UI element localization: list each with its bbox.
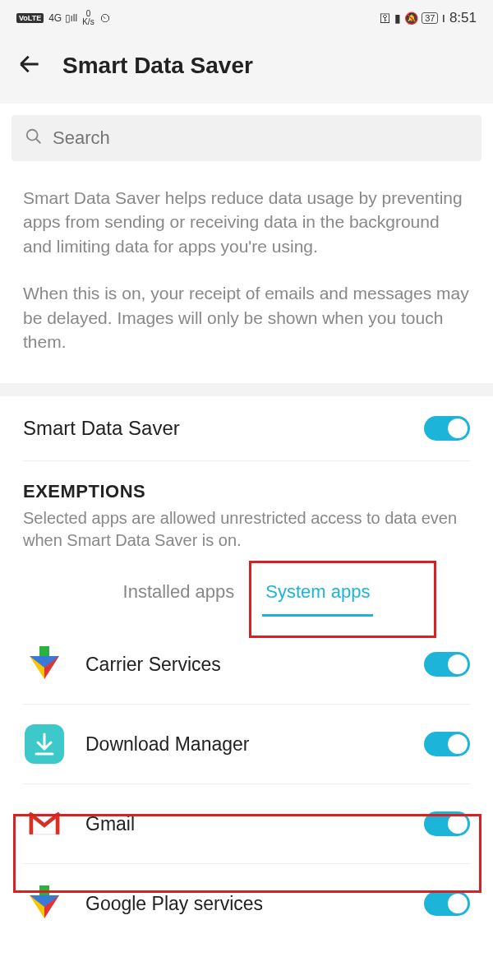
svg-rect-9 [39,885,49,895]
google-play-services-icon [23,882,66,925]
download-manager-icon [23,723,66,765]
status-right: ⚿ ▮ 🔕 37 ı 8:51 [380,10,477,26]
battery-icon: ▮ [394,12,401,25]
exemptions-subtitle: Selected apps are allowed unrestricted a… [23,507,470,552]
carrier-services-icon [23,643,66,686]
app-row-download-manager: Download Manager [23,705,470,784]
app-list: Carrier Services Download Manager Gmail [0,625,493,943]
gmail-icon [23,802,66,845]
app-row-carrier-services: Carrier Services [23,625,470,705]
tab-system-apps[interactable]: System apps [262,575,373,617]
svg-rect-7 [30,814,34,835]
clock-icon: ⏲ [99,12,111,25]
smart-data-saver-toggle[interactable] [424,416,470,441]
app-name: Google Play services [85,893,404,915]
exemptions-tabs: Installed apps System apps [0,558,493,625]
description-block: Smart Data Saver helps reduce data usage… [0,161,493,383]
tab-installed-apps[interactable]: Installed apps [120,575,238,617]
bluetooth-icon: ⚿ [380,12,391,25]
download-manager-toggle[interactable] [424,732,470,756]
app-row-gmail: Gmail [23,784,470,864]
carrier-services-toggle[interactable] [424,652,470,677]
section-divider [0,383,493,396]
page-title: Smart Data Saver [62,53,253,79]
description-p2: When this is on, your receipt of emails … [23,281,470,354]
description-p1: Smart Data Saver helps reduce data usage… [23,186,470,258]
smart-data-saver-label: Smart Data Saver [23,417,180,440]
volte-icon: VoLTE [16,13,44,23]
battery-percent: 37 [422,12,438,24]
search-box[interactable] [12,115,481,161]
search-input[interactable] [53,127,468,149]
status-left: VoLTE 4G ▯ıll 0 K/s ⏲ [16,10,111,26]
svg-point-0 [27,130,38,141]
exemptions-header: EXEMPTIONS Selected apps are allowed unr… [0,461,493,558]
gmail-toggle[interactable] [424,811,470,836]
signal-icon: 4G ▯ıll [48,12,77,24]
smart-data-saver-row: Smart Data Saver [0,396,493,460]
back-arrow-icon[interactable] [16,51,43,81]
svg-rect-8 [56,814,60,835]
google-play-services-toggle[interactable] [424,891,470,916]
search-container [0,104,493,161]
status-time: ı 8:51 [441,10,477,26]
status-bar: VoLTE 4G ▯ıll 0 K/s ⏲ ⚿ ▮ 🔕 37 ı 8:51 [0,0,493,36]
app-row-google-play-services: Google Play services [23,864,470,943]
dnd-icon: 🔕 [404,12,418,25]
svg-rect-1 [39,646,49,656]
data-speed: 0 K/s [82,10,94,26]
search-icon [25,127,43,149]
app-name: Download Manager [85,733,404,756]
app-name: Gmail [85,813,404,835]
app-name: Carrier Services [85,654,404,676]
page-header: Smart Data Saver [0,36,493,104]
exemptions-title: EXEMPTIONS [23,481,470,502]
